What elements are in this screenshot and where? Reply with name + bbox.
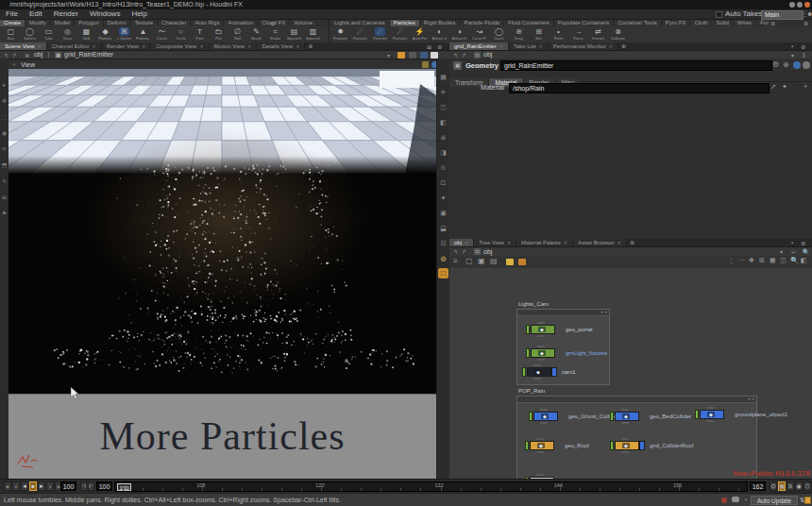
shelf-tool-interact[interactable]: ⇄Interact	[590, 27, 606, 41]
shelf-tool-box[interactable]: ▢Box	[3, 27, 19, 41]
tab-render-view[interactable]: Render View✕	[102, 42, 151, 50]
tab-close-icon[interactable]: ✕	[247, 43, 251, 49]
tab-scene-view[interactable]: Scene View✕	[0, 42, 47, 50]
undo-arrow-icon[interactable]: ↩	[791, 248, 796, 255]
takes-icon[interactable]	[804, 497, 811, 504]
pane-menu-icon[interactable]: ⚙	[801, 240, 805, 246]
range-end-field[interactable]: 162	[750, 481, 766, 491]
menu-file[interactable]: File	[0, 9, 24, 19]
node-output-connector[interactable]	[540, 422, 548, 424]
node-output-connector[interactable]	[537, 359, 545, 361]
viewport-display-icon[interactable]: ⊡	[438, 177, 448, 188]
shelf-tab-auto-rigs[interactable]: Auto Rigs	[191, 20, 224, 26]
shelf-tab-texture[interactable]: Texture	[130, 20, 158, 26]
netbox-controls-icon[interactable]: ▾ ✕	[749, 396, 754, 402]
network-canvas[interactable]: Lights_Cam▾ ✕◆geo_portal◆grnLight_fixtur…	[449, 268, 812, 479]
node-input-connector[interactable]	[621, 438, 629, 440]
shelf-tab-deform[interactable]: Deform	[104, 20, 131, 26]
new-tab-icon[interactable]: ⊕	[305, 42, 315, 49]
network-view-icon[interactable]: ▦	[770, 257, 776, 264]
tab-close-icon[interactable]: ✕	[617, 240, 621, 245]
network-view-icon[interactable]: ⊞	[759, 257, 765, 264]
select-mode-icon[interactable]	[420, 52, 428, 59]
next-keyframe-icon[interactable]: ›	[46, 481, 54, 491]
tab-close-icon[interactable]: ✕	[507, 240, 511, 245]
network-box-pop_rain[interactable]: ▾ ✕◆geo_Ghost_Collider◆geo_BedCollider◆g…	[516, 396, 757, 479]
nodes-menu-icon[interactable]: ✦	[782, 83, 787, 91]
network-view-icon[interactable]: ◧	[801, 257, 807, 264]
viewport-display-icon[interactable]: ✦	[438, 193, 448, 203]
path-back-icon[interactable]: ↰	[453, 52, 458, 59]
viewport-tool-icon[interactable]: ◉	[0, 129, 8, 138]
node-flag[interactable]	[526, 348, 530, 358]
tab-grid_rainemitter[interactable]: grid_RainEmitter✕	[449, 42, 509, 50]
shelf-tab-cloth[interactable]: Cloth	[690, 20, 712, 26]
viewport-tool-icon[interactable]: ⊞	[0, 194, 8, 202]
viewport-tool-icon[interactable]: ⬒	[0, 161, 8, 170]
pane-split-icon[interactable]: ▪	[791, 43, 793, 49]
viewport-tool-icon[interactable]: ✎	[0, 177, 8, 186]
tab-close-icon[interactable]: ✕	[564, 240, 567, 245]
menu-windows[interactable]: Windows	[84, 9, 126, 19]
tab-close-icon[interactable]: ✕	[539, 43, 543, 49]
prev-keyframe-icon[interactable]: ‹	[12, 481, 20, 491]
network-view-icon[interactable]: ⋯	[738, 257, 745, 264]
network-toolbar-icon[interactable]: ▣	[478, 257, 485, 265]
open-floating-icon[interactable]: ➚	[770, 83, 776, 91]
viewport-tool-icon[interactable]: ⟳	[0, 145, 8, 154]
shelf-tool-platonic-so[interactable]: ▲Platonic So	[135, 27, 151, 41]
netbox-header[interactable]: ▾ ✕	[517, 396, 756, 403]
shelf-tab-container-tools[interactable]: Container Tools	[614, 20, 662, 26]
viewport-display-icon[interactable]: ≣	[438, 132, 448, 143]
shelf-tool-drag[interactable]: ≋Drag	[511, 27, 527, 41]
node-flag[interactable]	[526, 325, 530, 334]
viewport-display-icon[interactable]: ⛶	[438, 268, 448, 278]
viewport-tool-icon[interactable]: ⚑	[0, 210, 8, 218]
tab-take-list[interactable]: Take List✕	[509, 42, 549, 50]
shelf-tool-attract-to[interactable]: ◐Attract to	[431, 27, 448, 41]
node-input-connector[interactable]	[533, 364, 541, 366]
range-start-toggle[interactable]: ⊣	[80, 481, 87, 491]
shelf-tab-fluid-containers[interactable]: Fluid Containers	[504, 20, 554, 26]
playbar-option-icon[interactable]: ⛭	[770, 481, 777, 491]
tab-close-icon[interactable]: ✕	[38, 43, 42, 49]
shelf-overflow-icon[interactable]: ⚙	[804, 20, 808, 26]
shelf-tool-curve[interactable]: 〜Curve	[154, 27, 170, 41]
shelf-tool-force[interactable]: →Force	[570, 27, 586, 41]
tab-details-view[interactable]: Details View✕	[257, 42, 305, 50]
shelf-tool-platonic[interactable]: ◆Platonic	[97, 27, 113, 41]
tab-close-icon[interactable]: ✕	[296, 43, 299, 49]
layout-icon[interactable]	[422, 61, 429, 68]
range-start-field[interactable]: 100	[96, 481, 112, 491]
shelf-tool-brush[interactable]: ✎Brush	[248, 27, 264, 41]
shelf-tool-net[interactable]: ⊞Net	[531, 27, 547, 41]
pane-add-icon[interactable]: ⊞	[427, 43, 431, 50]
pane-menu-icon[interactable]: ⚙	[801, 43, 805, 50]
message-bubble-icon[interactable]	[732, 497, 739, 502]
pane-menu-icon[interactable]: ⚙	[437, 43, 442, 50]
playbar-option-icon[interactable]: ≋	[787, 481, 794, 491]
shelf-tool-font[interactable]: TFont	[192, 27, 208, 41]
shelf-tab-character[interactable]: Character	[158, 20, 191, 26]
shelf-tab-rigid-bodies[interactable]: Rigid Bodies	[420, 20, 461, 26]
shelf-tool-particles-fr[interactable]: ☄Particles fr	[392, 27, 408, 41]
jump-icon[interactable]	[803, 61, 810, 69]
badge-icon[interactable]	[518, 259, 526, 265]
shelf-tool-spaceship[interactable]: ▤Spaceship	[286, 27, 302, 41]
breadcrumb-context[interactable]: obj	[34, 51, 42, 59]
viewport-display-icon[interactable]: ✛	[438, 87, 448, 97]
chevron-down-icon[interactable]: ▾	[780, 248, 783, 255]
shelf-tab-lights-and-cameras[interactable]: Lights and Cameras	[330, 20, 390, 26]
viewport-display-icon[interactable]: ◍	[438, 253, 448, 263]
shelf-tab-volume[interactable]: Volume	[290, 20, 317, 26]
viewport-tool-icon[interactable]: ⬚	[0, 113, 8, 122]
tab-material-palette[interactable]: Material Palette✕	[516, 239, 573, 246]
shelf-tool-point[interactable]: •Point	[550, 27, 567, 41]
node-flag[interactable]	[610, 441, 614, 450]
node-input-connector[interactable]	[537, 322, 545, 324]
netbox-controls-icon[interactable]: ▾ ✕	[601, 310, 607, 315]
tab-motion-view[interactable]: Motion View✕	[210, 42, 258, 50]
shelf-tool-grid[interactable]: ▦Grid	[78, 27, 94, 41]
shelf-tool-torus[interactable]: ◎Torus	[59, 27, 76, 41]
viewport-display-icon[interactable]: ☷	[438, 238, 448, 248]
